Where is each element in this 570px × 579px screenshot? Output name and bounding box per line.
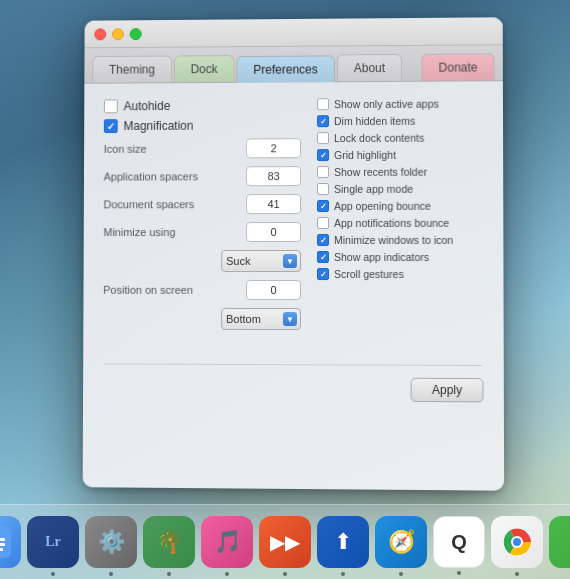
position-row: Position on screen bbox=[103, 280, 301, 300]
minimize-icon-row: Minimize windows to icon bbox=[317, 234, 483, 246]
dock-item-quill[interactable]: Q bbox=[433, 516, 485, 568]
single-app-checkbox[interactable] bbox=[317, 183, 329, 195]
scroll-gestures-label: Scroll gestures bbox=[334, 268, 404, 280]
magnification-row: Magnification bbox=[104, 118, 301, 133]
minimize-icon-label: Minimize windows to icon bbox=[334, 234, 453, 246]
doc-spacers-row: Document spacers bbox=[104, 194, 302, 214]
dock-item-lightroom[interactable]: Lr bbox=[27, 516, 79, 568]
autohide-row: Autohide bbox=[104, 98, 301, 113]
lock-dock-label: Lock dock contents bbox=[334, 132, 424, 144]
doc-spacers-input[interactable] bbox=[246, 194, 301, 214]
svg-rect-5 bbox=[0, 548, 3, 551]
notif-bounce-row: App notifications bounce bbox=[317, 217, 483, 229]
dock-item-music[interactable]: 🎵 bbox=[201, 516, 253, 568]
magnification-checkbox[interactable] bbox=[104, 119, 118, 133]
position-label: Position on screen bbox=[103, 284, 246, 296]
position-select-row: Bottom Left Right ▼ bbox=[103, 308, 301, 330]
content-area: Autohide Magnification Icon size Applica… bbox=[83, 81, 504, 355]
grid-highlight-row: Grid highlight bbox=[317, 149, 483, 162]
minimize-button[interactable] bbox=[112, 28, 124, 40]
notif-bounce-label: App notifications bounce bbox=[334, 217, 449, 229]
show-recents-checkbox[interactable] bbox=[317, 166, 329, 178]
show-indicators-label: Show app indicators bbox=[334, 251, 429, 263]
dim-hidden-label: Dim hidden items bbox=[334, 115, 415, 127]
dock-item-spark[interactable]: ▶▶ bbox=[259, 516, 311, 568]
titlebar bbox=[85, 17, 503, 48]
single-app-label: Single app mode bbox=[334, 183, 413, 195]
svg-rect-4 bbox=[0, 543, 5, 546]
show-recents-label: Show recents folder bbox=[334, 166, 427, 178]
minimize-input[interactable] bbox=[246, 222, 301, 242]
tab-donate[interactable]: Donate bbox=[421, 53, 494, 80]
show-indicators-checkbox[interactable] bbox=[317, 251, 329, 263]
lock-dock-checkbox[interactable] bbox=[317, 132, 329, 144]
position-select[interactable]: Bottom Left Right bbox=[221, 308, 301, 330]
right-column: Show only active apps Dim hidden items L… bbox=[317, 97, 483, 338]
minimize-select-wrap: Suck Genie Scale ▼ bbox=[221, 250, 301, 272]
magnification-label: Magnification bbox=[124, 119, 194, 133]
scroll-gestures-row: Scroll gestures bbox=[317, 268, 483, 280]
dock-item-settings[interactable]: ⚙️ bbox=[85, 516, 137, 568]
tab-preferences[interactable]: Preferences bbox=[236, 55, 334, 82]
autohide-checkbox[interactable] bbox=[104, 99, 118, 113]
preferences-window: Theming Dock Preferences About Donate Au… bbox=[83, 17, 504, 490]
app-spacers-input[interactable] bbox=[246, 166, 301, 186]
apply-section: Apply bbox=[83, 368, 504, 414]
app-bounce-label: App opening bounce bbox=[334, 200, 431, 212]
grid-highlight-checkbox[interactable] bbox=[317, 149, 329, 161]
svg-rect-0 bbox=[0, 526, 11, 558]
svg-rect-3 bbox=[0, 538, 5, 541]
left-column: Autohide Magnification Icon size Applica… bbox=[103, 98, 301, 338]
minimize-label: Minimize using bbox=[103, 226, 246, 238]
show-active-checkbox[interactable] bbox=[317, 98, 329, 110]
app-spacers-row: Application spacers bbox=[104, 166, 301, 186]
show-active-label: Show only active apps bbox=[334, 98, 439, 111]
tab-bar: Theming Dock Preferences About Donate bbox=[84, 45, 503, 84]
show-active-row: Show only active apps bbox=[317, 97, 483, 110]
dock-item-arrow[interactable]: ⬆ bbox=[317, 516, 369, 568]
apply-button[interactable]: Apply bbox=[411, 378, 484, 403]
minimize-select[interactable]: Suck Genie Scale bbox=[221, 250, 301, 272]
tab-dock[interactable]: Dock bbox=[174, 55, 235, 82]
single-app-row: Single app mode bbox=[317, 183, 483, 195]
separator bbox=[104, 363, 483, 365]
position-select-wrap: Bottom Left Right ▼ bbox=[221, 308, 301, 330]
svg-point-8 bbox=[513, 538, 521, 546]
maximize-button[interactable] bbox=[130, 28, 142, 40]
dock: Lr ⚙️ 🌴 🎵 ▶▶ ⬆ 🧭 Q 📍 bbox=[0, 504, 570, 579]
grid-highlight-label: Grid highlight bbox=[334, 149, 396, 161]
tab-theming[interactable]: Theming bbox=[92, 56, 172, 83]
dock-item-safari[interactable]: 🧭 bbox=[375, 516, 427, 568]
dock-item-palm[interactable]: 🌴 bbox=[143, 516, 195, 568]
position-input[interactable] bbox=[246, 280, 301, 300]
dock-item-finder[interactable] bbox=[0, 516, 21, 568]
minimize-select-row: Suck Genie Scale ▼ bbox=[103, 250, 301, 272]
app-spacers-label: Application spacers bbox=[104, 170, 247, 182]
lock-dock-row: Lock dock contents bbox=[317, 131, 483, 144]
show-recents-row: Show recents folder bbox=[317, 166, 483, 178]
notif-bounce-checkbox[interactable] bbox=[317, 217, 329, 229]
icon-size-input[interactable] bbox=[246, 138, 301, 158]
doc-spacers-label: Document spacers bbox=[104, 198, 247, 210]
close-button[interactable] bbox=[94, 28, 106, 40]
show-indicators-row: Show app indicators bbox=[317, 251, 483, 263]
minimize-row: Minimize using bbox=[103, 222, 301, 242]
dock-item-chrome[interactable] bbox=[491, 516, 543, 568]
dim-hidden-row: Dim hidden items bbox=[317, 114, 483, 127]
dim-hidden-checkbox[interactable] bbox=[317, 115, 329, 127]
minimize-icon-checkbox[interactable] bbox=[317, 234, 329, 246]
traffic-lights bbox=[94, 28, 141, 40]
scroll-gestures-checkbox[interactable] bbox=[317, 268, 329, 280]
autohide-label: Autohide bbox=[124, 99, 171, 113]
dock-item-maps[interactable]: 📍 bbox=[549, 516, 570, 568]
icon-size-label: Icon size bbox=[104, 142, 247, 154]
icon-size-row: Icon size bbox=[104, 138, 301, 159]
app-bounce-checkbox[interactable] bbox=[317, 200, 329, 212]
app-bounce-row: App opening bounce bbox=[317, 200, 483, 212]
tab-about[interactable]: About bbox=[337, 54, 402, 81]
